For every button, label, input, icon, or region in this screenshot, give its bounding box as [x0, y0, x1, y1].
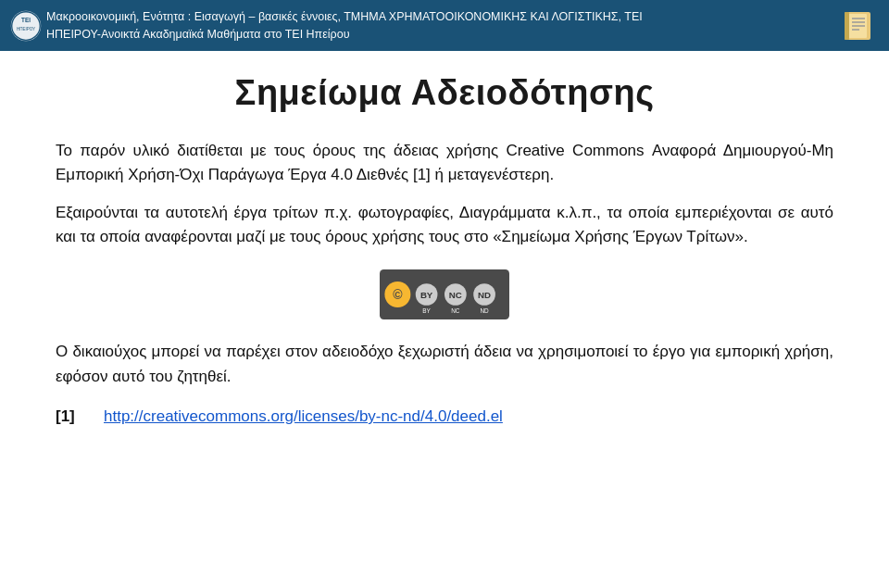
svg-text:©: © — [393, 288, 403, 303]
footnote-number: [1] — [56, 407, 89, 426]
paragraph-2: Εξαιρούνται τα αυτοτελή έργα τρίτων π.χ.… — [56, 201, 833, 250]
cc-badge-container: © BY NC ND BY NC ND — [56, 269, 833, 319]
footnote-link[interactable]: http://creativecommons.org/licenses/by-n… — [104, 407, 503, 426]
tei-logo: ΤΕΙ ΗΠΕΙΡΟΥ — [9, 9, 43, 43]
cc-license-badge: © BY NC ND BY NC ND — [380, 269, 509, 319]
paragraph-1: Το παρόν υλικό διατίθεται με τους όρους … — [56, 139, 833, 188]
svg-text:NC: NC — [449, 291, 462, 301]
header-text: Μακροοικονομική, Ενότητα : Εισαγωγή – βα… — [46, 8, 878, 44]
page-title: Σημείωμα Αδειοδότησης — [56, 73, 833, 113]
svg-text:BY: BY — [422, 308, 431, 315]
footer-paragraph: Ο δικαιούχος μπορεί να παρέχει στον αδει… — [56, 340, 833, 389]
header-line1: Μακροοικονομική, Ενότητα : Εισαγωγή – βα… — [46, 8, 878, 26]
footnote-row: [1] http://creativecommons.org/licenses/… — [56, 407, 833, 426]
svg-rect-10 — [845, 12, 849, 40]
svg-text:ΗΠΕΙΡΟΥ: ΗΠΕΙΡΟΥ — [17, 26, 35, 31]
header-line2: ΗΠΕΙΡΟΥ-Ανοικτά Ακαδημαϊκά Μαθήματα στο … — [46, 26, 878, 44]
svg-text:BY: BY — [420, 291, 433, 301]
svg-text:ND: ND — [478, 291, 491, 301]
svg-text:NC: NC — [451, 308, 460, 315]
main-content: Σημείωμα Αδειοδότησης Το παρόν υλικό δια… — [0, 51, 889, 444]
page-header: ΤΕΙ ΗΠΕΙΡΟΥ Μακροοικονομική, Ενότητα : Ε… — [0, 0, 889, 51]
svg-text:ΤΕΙ: ΤΕΙ — [21, 17, 31, 23]
book-icon — [839, 7, 876, 44]
svg-text:ND: ND — [480, 308, 489, 315]
